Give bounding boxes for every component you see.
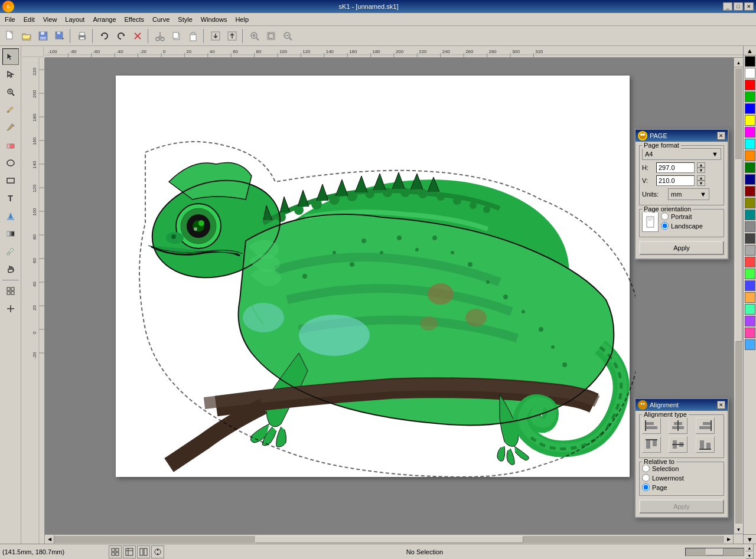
menu-curve[interactable]: Curve [149, 15, 173, 24]
rectangle-tool[interactable] [2, 172, 19, 189]
color-dark-green[interactable] [745, 162, 755, 173]
menu-view[interactable]: View [40, 15, 61, 24]
color-blue[interactable] [745, 103, 755, 114]
selection-label[interactable]: Selection [652, 465, 679, 472]
minimize-button[interactable]: _ [723, 2, 732, 11]
status-snap-button[interactable] [151, 545, 164, 558]
scroll-right-button[interactable]: ▶ [724, 535, 734, 544]
portrait-label[interactable]: Portrait [671, 213, 692, 220]
import-button[interactable] [208, 28, 223, 44]
print-button[interactable] [74, 28, 90, 44]
pencil-tool[interactable] [2, 102, 19, 118]
landscape-label[interactable]: Landscape [671, 223, 703, 230]
paste-button[interactable] [185, 28, 201, 44]
zoom-fit-button[interactable] [263, 28, 279, 44]
new-button[interactable] [2, 28, 18, 44]
units-dropdown[interactable]: mm ▼ [668, 188, 709, 200]
zoom-out-button[interactable] [280, 28, 295, 44]
page-format-dropdown[interactable]: A4 ▼ [642, 148, 721, 160]
scroll-left-button[interactable]: ◀ [45, 535, 54, 544]
eraser-tool[interactable] [2, 137, 19, 153]
color-black[interactable] [745, 56, 755, 67]
align-right-button[interactable] [696, 417, 715, 434]
snap-tool[interactable] [2, 283, 19, 299]
status-view2-button[interactable] [137, 545, 150, 558]
open-button[interactable] [19, 28, 34, 44]
color-maroon[interactable] [745, 186, 755, 197]
scroll-track-h[interactable] [54, 536, 724, 543]
canvas-container[interactable]: -100 -80 -60 -40 -20 0 20 40 60 80 [21, 46, 743, 544]
h-up-button[interactable]: ▲ [697, 162, 705, 168]
fill-tool[interactable] [2, 208, 19, 224]
v-down-button[interactable]: ▼ [697, 181, 705, 186]
page-radio[interactable] [642, 483, 650, 491]
undo-button[interactable] [97, 28, 112, 44]
color-green[interactable] [745, 91, 755, 102]
lowermost-radio[interactable] [642, 474, 650, 482]
align-left-button[interactable] [642, 417, 661, 434]
ellipse-tool[interactable] [2, 155, 19, 171]
color-magenta[interactable] [745, 127, 755, 138]
color-peach[interactable] [745, 292, 755, 303]
menu-effects[interactable]: Effects [121, 15, 148, 24]
save-button[interactable] [35, 28, 51, 44]
menu-layout[interactable]: Layout [61, 15, 88, 24]
status-view1-button[interactable] [123, 545, 136, 558]
color-yellow[interactable] [745, 115, 755, 126]
align-apply-button[interactable]: Apply [639, 499, 724, 514]
v-up-button[interactable]: ▲ [697, 175, 705, 181]
zoom-tool[interactable] [2, 84, 19, 100]
menu-help[interactable]: Help [232, 15, 252, 24]
status-thumb-h[interactable] [706, 548, 723, 555]
color-white[interactable] [745, 68, 755, 79]
zoom-in-button[interactable] [247, 28, 262, 44]
color-gray[interactable] [745, 221, 755, 232]
v-input[interactable] [656, 175, 695, 186]
align-bottom-button[interactable] [696, 436, 715, 453]
maximize-button[interactable]: □ [734, 2, 743, 11]
gradient-tool[interactable] [2, 225, 19, 242]
scroll-thumb-h[interactable] [255, 536, 523, 543]
page-apply-button[interactable]: Apply [639, 241, 724, 255]
align-center-h-button[interactable] [669, 417, 687, 434]
save-as-button[interactable]: + [52, 28, 67, 44]
palette-scroll-down[interactable]: ▼ [744, 534, 756, 544]
status-scrollbar-h[interactable] [685, 548, 744, 556]
color-cyan[interactable] [745, 139, 755, 149]
page-panel-close-button[interactable]: ✕ [717, 132, 725, 140]
color-purple[interactable] [745, 316, 755, 326]
color-orange[interactable] [745, 151, 755, 161]
color-light-blue[interactable] [745, 280, 755, 291]
color-navy[interactable] [745, 174, 755, 185]
portrait-radio[interactable] [661, 213, 669, 220]
redo-button[interactable] [113, 28, 129, 44]
horizontal-scrollbar[interactable]: ◀ ▶ [45, 534, 734, 544]
color-sky-blue[interactable] [745, 339, 755, 350]
menu-style[interactable]: Style [174, 15, 195, 24]
vertical-scrollbar[interactable]: ▲ ▼ [734, 58, 743, 534]
select-tool[interactable] [2, 48, 19, 65]
color-light-red[interactable] [745, 257, 755, 267]
extra-tool[interactable] [2, 300, 19, 317]
menu-arrange[interactable]: Arrange [89, 15, 119, 24]
color-red[interactable] [745, 80, 755, 90]
color-dark-gray[interactable] [745, 233, 755, 244]
delete-button[interactable] [130, 28, 145, 44]
export-button[interactable] [224, 28, 240, 44]
color-pink[interactable] [745, 328, 755, 338]
menu-file[interactable]: File [1, 15, 19, 24]
color-olive[interactable] [745, 198, 755, 208]
color-teal[interactable] [745, 210, 755, 220]
align-center-v-button[interactable] [669, 436, 687, 453]
scroll-down-button[interactable]: ▼ [734, 525, 744, 534]
hand-tool[interactable] [2, 261, 19, 277]
brush-tool[interactable] [2, 119, 19, 136]
close-button[interactable]: ✕ [744, 2, 754, 11]
page-label[interactable]: Page [652, 484, 667, 491]
color-light-gray[interactable] [745, 245, 755, 256]
scroll-thumb-v[interactable] [735, 159, 742, 341]
status-down-arrow[interactable]: ▼ [745, 552, 754, 559]
color-light-green[interactable] [745, 269, 755, 279]
scroll-track-v[interactable] [735, 68, 742, 524]
h-input[interactable] [656, 162, 695, 173]
